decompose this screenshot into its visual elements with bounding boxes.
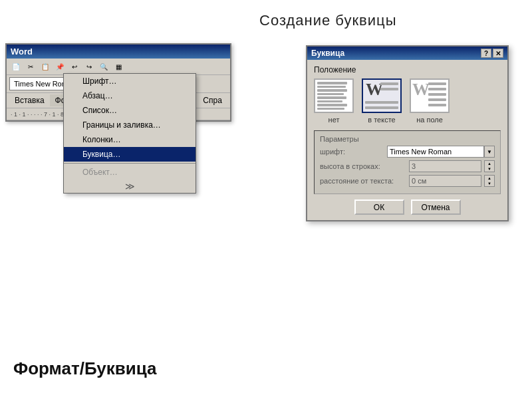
menu-object: Объект… [64, 165, 196, 180]
drop-cap-dialog: Буквица ? ✕ Положение [306, 45, 509, 221]
menu-bukvica[interactable]: Буквица… [64, 147, 196, 162]
table-icon[interactable]: ▦ [112, 61, 125, 72]
ok-button[interactable]: ОК [354, 200, 404, 215]
cut-icon[interactable]: ✂ [24, 61, 37, 72]
position-none[interactable]: нет [314, 78, 354, 124]
dropdown-more[interactable]: ≫ [64, 180, 196, 193]
menu-spra[interactable]: Спра [198, 94, 227, 106]
dialog-help-button[interactable]: ? [481, 49, 491, 58]
new-icon[interactable]: 📄 [9, 61, 23, 72]
redo-icon[interactable]: ↪ [82, 61, 96, 72]
dialog-title-buttons: ? ✕ [481, 49, 503, 58]
distance-input[interactable] [409, 175, 481, 187]
page-title: Создание буквицы [259, 12, 396, 29]
dialog-title: Буквица [311, 49, 344, 58]
height-spin-down[interactable]: ▼ [485, 166, 494, 172]
height-spin-up[interactable]: ▲ [485, 161, 494, 166]
position-intext-icon: W [362, 78, 402, 113]
font-dropdown[interactable]: ▼ [387, 146, 495, 158]
dialog-close-button[interactable]: ✕ [493, 49, 503, 58]
copy-icon[interactable]: 📋 [39, 61, 52, 72]
params-label: Параметры [320, 135, 495, 143]
menu-vstavka[interactable]: Вставка [9, 94, 50, 106]
position-intext-label: в тексте [368, 116, 395, 124]
font-dropdown-arrow[interactable]: ▼ [484, 146, 495, 158]
paste-icon[interactable]: 📌 [53, 61, 66, 72]
position-none-icon [314, 78, 354, 113]
position-none-label: нет [329, 116, 340, 124]
height-input[interactable] [409, 160, 481, 172]
font-param-row: шрифт: ▼ [320, 146, 495, 158]
menu-shrift[interactable]: Шрифт… [64, 74, 196, 88]
distance-param-row: расстояние от текста: ▲ ▼ [320, 175, 495, 187]
position-row: нет W в тексте [314, 78, 501, 124]
word-title: Word [11, 47, 33, 57]
font-input[interactable] [387, 146, 484, 158]
params-section: Параметры шрифт: ▼ высота в строках: ▲ ▼ [314, 130, 501, 194]
position-onmargin-icon: W [410, 78, 450, 113]
dialog-body: Положение нет [307, 60, 507, 220]
dropdown-separator [64, 163, 196, 164]
bottom-label: Формат/Буквица [13, 358, 156, 379]
position-intext[interactable]: W в тексте [362, 78, 402, 124]
position-onmargin[interactable]: W на поле [410, 78, 450, 124]
print-preview-icon[interactable]: 🔍 [97, 61, 110, 72]
height-param-label: высота в строках: [320, 162, 406, 170]
cancel-button[interactable]: Отмена [411, 200, 461, 215]
font-param-label: шрифт: [320, 148, 384, 156]
menu-borders[interactable]: Границы и заливка… [64, 118, 196, 132]
height-param-row: высота в строках: ▲ ▼ [320, 160, 495, 172]
undo-icon[interactable]: ↩ [68, 61, 81, 72]
menu-kolonki[interactable]: Колонки… [64, 132, 196, 147]
ruler-text: · 1 · 1 · · · · · 7 · 1 · 8 · [11, 111, 67, 118]
position-onmargin-label: на поле [416, 116, 443, 124]
menu-abzac[interactable]: Абзац… [64, 88, 196, 103]
distance-param-label: расстояние от текста: [320, 177, 406, 185]
position-section-label: Положение [314, 65, 501, 74]
dialog-title-bar: Буквица ? ✕ [307, 47, 507, 60]
distance-spin-up[interactable]: ▲ [485, 176, 494, 181]
format-dropdown: Шрифт… Абзац… Список… Границы и заливка…… [63, 73, 196, 194]
menu-spisok[interactable]: Список… [64, 103, 196, 118]
height-spinner[interactable]: ▲ ▼ [484, 160, 495, 172]
distance-spinner[interactable]: ▲ ▼ [484, 175, 495, 187]
distance-spin-down[interactable]: ▼ [485, 181, 494, 186]
dialog-buttons: ОК Отмена [314, 200, 501, 215]
word-title-bar: Word [7, 45, 230, 59]
